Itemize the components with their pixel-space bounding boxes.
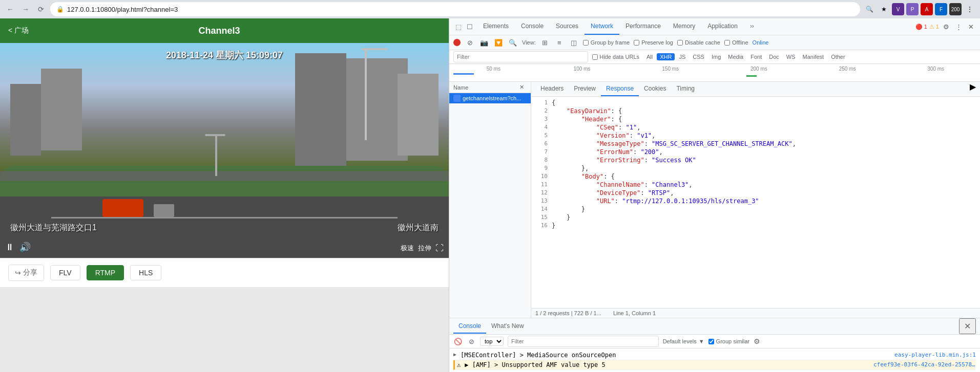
menu-button[interactable]: ⋮: [964, 3, 976, 15]
crane-arm: [362, 48, 387, 50]
devtools-device-icon[interactable]: ☐: [465, 21, 475, 32]
json-line-1: 1{: [535, 99, 976, 107]
hide-data-urls-checkbox[interactable]: [592, 54, 598, 60]
console-close-button[interactable]: ✕: [959, 318, 976, 334]
stretch-label[interactable]: 拉伸: [418, 244, 431, 253]
json-line-10: 10 "Body": {: [535, 172, 976, 181]
fullscreen-button[interactable]: ⛶: [435, 244, 444, 253]
camera-icon[interactable]: 📷: [479, 37, 489, 48]
filter-input[interactable]: [453, 51, 588, 62]
row-icon: [453, 95, 461, 102]
group-by-frame-checkbox[interactable]: [583, 40, 589, 46]
back-to-lobby[interactable]: < 广场: [8, 26, 29, 35]
tab-sources[interactable]: Sources: [550, 18, 585, 35]
filter-all[interactable]: All: [643, 53, 656, 60]
resp-tab-response[interactable]: Response: [601, 82, 639, 96]
tab-performance[interactable]: Performance: [619, 18, 667, 35]
disable-cache-text: Disable cache: [685, 39, 720, 46]
volume-button[interactable]: 🔊: [19, 242, 31, 253]
disable-cache-label[interactable]: Disable cache: [677, 39, 720, 46]
stop-icon[interactable]: ⊘: [465, 37, 475, 48]
resp-tab-timing[interactable]: Timing: [671, 82, 700, 96]
hls-button[interactable]: HLS: [130, 265, 161, 280]
ext-icon-3[interactable]: A: [921, 3, 933, 15]
resp-tab-preview[interactable]: Preview: [569, 82, 601, 96]
devtools-inspect-icon[interactable]: ⬚: [453, 21, 464, 32]
tab-console[interactable]: Console: [515, 18, 550, 35]
ext-icon-2[interactable]: P: [906, 3, 919, 15]
log-entry-2: ⚠ ▶ [AMF] > Unsupported AMF value type 5…: [453, 360, 976, 370]
network-search-icon[interactable]: 🔍: [508, 37, 518, 48]
ext-badge[interactable]: 200: [949, 3, 962, 15]
crane-pole: [365, 48, 367, 140]
offline-checkbox[interactable]: [724, 40, 730, 46]
url-display: 127.0.0.1:10800/play.html?channel=3: [67, 6, 178, 13]
tab-more[interactable]: ››: [744, 18, 760, 35]
devtools-close-icon[interactable]: ✕: [966, 21, 976, 32]
reload-button[interactable]: ⟳: [35, 3, 47, 15]
chevron-down-icon[interactable]: ▼: [699, 338, 704, 344]
view-waterfall-icon[interactable]: ◫: [569, 37, 579, 48]
filter-other[interactable]: Other: [828, 53, 848, 60]
video-timestamp: 2018-11-24 星期六 15:09:07: [166, 49, 283, 61]
log-source-2[interactable]: cfeef93e-03f6-42ca-92ed-25578d7c4b93:1: [873, 361, 976, 368]
bookmark-icon[interactable]: ★: [878, 3, 890, 15]
console-gear-icon[interactable]: ⚙: [754, 337, 760, 345]
search-icon[interactable]: 🔍: [863, 3, 875, 15]
filter-manifest[interactable]: Manifest: [800, 53, 827, 60]
hide-data-urls-text: Hide data URLs: [599, 54, 639, 60]
tab-elements[interactable]: Elements: [477, 18, 515, 35]
disable-cache-checkbox[interactable]: [677, 40, 683, 46]
preserve-log-label[interactable]: Preserve log: [634, 39, 673, 46]
group-similar-label[interactable]: Group similar: [708, 338, 749, 344]
back-button[interactable]: ←: [4, 3, 16, 15]
log-source-1[interactable]: easy-player-lib.min.js:1: [894, 352, 976, 358]
building-3: [10, 84, 41, 156]
hide-data-urls-label[interactable]: Hide data URLs: [592, 54, 639, 60]
address-bar[interactable]: 🔒 127.0.0.1:10800/play.html?channel=3: [50, 2, 860, 16]
bus: [102, 199, 143, 217]
console-clear-icon[interactable]: 🚫: [453, 337, 463, 346]
console-tab-whatsnew[interactable]: What's New: [486, 319, 529, 334]
preserve-log-checkbox[interactable]: [634, 40, 639, 46]
console-tab-console[interactable]: Console: [453, 319, 486, 334]
tab-application[interactable]: Application: [701, 18, 744, 35]
network-filter-icon[interactable]: 🔽: [493, 37, 504, 48]
filter-xhr[interactable]: XHR: [657, 53, 675, 60]
tab-memory[interactable]: Memory: [667, 18, 701, 35]
forward-button[interactable]: →: [19, 3, 32, 15]
filter-ws[interactable]: WS: [783, 53, 799, 60]
filter-js[interactable]: JS: [676, 53, 689, 60]
filter-media[interactable]: Media: [725, 53, 746, 60]
resp-tab-cookies[interactable]: Cookies: [639, 82, 671, 96]
ext-icon-4[interactable]: F: [935, 3, 947, 15]
view-list-icon[interactable]: ≡: [554, 37, 565, 48]
console-filter-icon[interactable]: ⊘: [467, 337, 476, 346]
filter-img[interactable]: Img: [708, 53, 724, 60]
group-similar-checkbox[interactable]: [708, 339, 714, 344]
tab-network[interactable]: Network: [585, 18, 619, 35]
devtools-more-icon[interactable]: ⋮: [953, 21, 964, 32]
devtools-settings-icon[interactable]: ⚙: [941, 21, 951, 32]
speed-label[interactable]: 极速: [401, 244, 414, 253]
filter-css[interactable]: CSS: [690, 53, 707, 60]
rtmp-button[interactable]: RTMP: [87, 265, 124, 280]
ext-icon-1[interactable]: V: [892, 3, 904, 15]
pause-button[interactable]: ⏸: [5, 242, 14, 253]
group-by-frame-label[interactable]: Group by frame: [583, 39, 630, 46]
console-filter-input[interactable]: [508, 336, 659, 347]
collapse-btn[interactable]: ▶: [970, 82, 976, 96]
filter-font[interactable]: Font: [747, 53, 765, 60]
flv-button[interactable]: FLV: [50, 265, 80, 280]
resp-tab-headers[interactable]: Headers: [535, 82, 569, 96]
video-location-left: 徽州大道与芜湖路交口1: [10, 223, 97, 233]
console-context-select[interactable]: top: [480, 337, 504, 346]
record-button[interactable]: [453, 39, 461, 46]
view-grid-icon[interactable]: ⊞: [540, 37, 550, 48]
json-line-14: 14 }: [535, 205, 976, 213]
filter-doc[interactable]: Doc: [766, 53, 782, 60]
share-button[interactable]: ↪ 分享: [8, 265, 44, 281]
network-row-1[interactable]: getchannelstream?ch...: [449, 93, 531, 104]
online-text[interactable]: Online: [753, 39, 769, 46]
offline-label[interactable]: Offline: [724, 39, 748, 46]
